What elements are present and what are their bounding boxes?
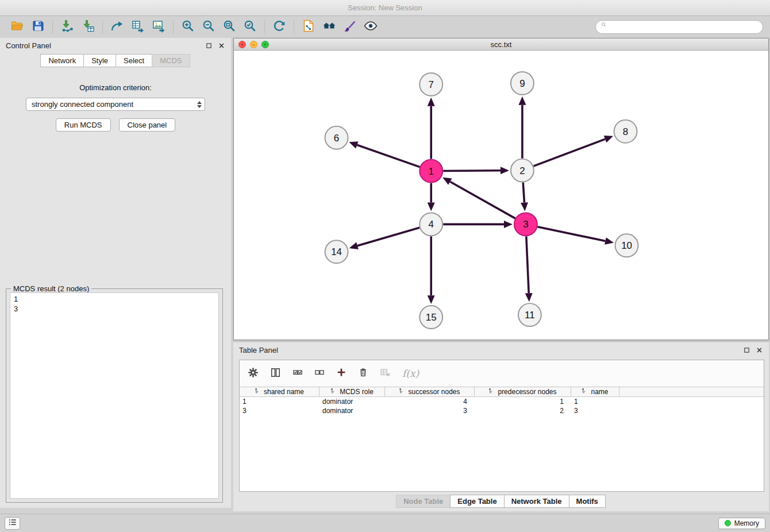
minimize-window-icon[interactable]: − (250, 41, 257, 48)
graphics-details-button[interactable] (319, 18, 340, 36)
delete-column-trash-button[interactable] (358, 367, 368, 380)
zoom-in-icon (181, 19, 195, 35)
tab-edge-table[interactable]: Edge Table (450, 495, 504, 508)
column-header-name[interactable]: name (571, 387, 619, 396)
search-box[interactable] (595, 20, 763, 34)
sort-icon (488, 388, 495, 396)
edge-1-6[interactable] (357, 145, 419, 167)
node-label-14: 14 (331, 246, 342, 257)
columns-button[interactable] (270, 367, 281, 380)
cell-name[interactable]: 1 (571, 397, 619, 406)
tab-mcds[interactable]: MCDS (152, 54, 190, 67)
column-header-MCDS-role[interactable]: MCDS role (319, 387, 385, 396)
style-brush-icon (343, 19, 357, 35)
export-network-icon (110, 19, 124, 35)
cell-predecessor-nodes[interactable]: 1 (475, 397, 571, 406)
sort-icon (582, 388, 588, 396)
close-panel-button[interactable]: Close panel (119, 118, 176, 132)
edge-2-3[interactable] (523, 183, 524, 203)
tab-motifs[interactable]: Motifs (569, 495, 606, 508)
close-panel-icon[interactable] (756, 346, 763, 354)
window-title: Session: New Session (0, 0, 770, 16)
zoom-out-button[interactable] (198, 18, 219, 36)
edge-3-11[interactable] (526, 236, 529, 293)
node-label-6: 6 (334, 133, 339, 144)
close-window-icon[interactable]: × (238, 41, 246, 48)
run-mcds-button[interactable]: Run MCDS (56, 118, 111, 132)
control-panel-header: Control Panel (0, 38, 231, 53)
command-panel-button[interactable] (5, 517, 20, 530)
table-row[interactable]: 1dominator411 (240, 397, 764, 406)
select-all-checks-button[interactable] (292, 367, 303, 380)
node-label-1: 1 (429, 166, 434, 177)
edge-arrow-3-10 (605, 237, 614, 245)
save-session-icon (31, 19, 45, 35)
criterion-dropdown[interactable]: strongly connected component (26, 98, 205, 111)
close-panel-icon[interactable] (218, 42, 225, 49)
cell-predecessor-nodes[interactable]: 2 (475, 406, 571, 415)
float-panel-icon[interactable] (743, 346, 750, 354)
refresh-network-button[interactable] (269, 18, 290, 36)
column-header-successor-nodes[interactable]: successor nodes (385, 387, 475, 396)
edge-2-8[interactable] (534, 139, 606, 166)
cell-successor-nodes[interactable]: 4 (385, 397, 475, 406)
memory-button[interactable]: Memory (718, 518, 765, 529)
deselect-all-checks-button[interactable] (314, 367, 325, 380)
zoom-in-button[interactable] (178, 18, 198, 36)
zoom-out-icon (202, 19, 215, 35)
show-hide-eye-button[interactable] (360, 18, 381, 36)
graphics-details-icon (322, 19, 336, 35)
toolbar-separator (264, 20, 265, 34)
import-table-icon (81, 19, 95, 35)
tab-network[interactable]: Network (40, 54, 84, 67)
export-table-button[interactable] (128, 18, 148, 36)
edge-3-1[interactable] (450, 182, 515, 218)
search-input[interactable] (612, 23, 757, 32)
zoom-fit-button[interactable] (219, 18, 240, 36)
add-column-plus-button[interactable] (336, 367, 346, 380)
column-header-predecessor-nodes[interactable]: predecessor nodes (475, 387, 571, 396)
cell-MCDS-role[interactable]: dominator (319, 406, 385, 415)
export-image-button[interactable] (148, 18, 169, 36)
edge-3-10[interactable] (537, 227, 605, 241)
network-graph[interactable]: 7968124314101511 (234, 51, 768, 340)
gear-button[interactable] (248, 367, 259, 380)
import-table-button[interactable] (78, 18, 98, 36)
network-window-titlebar[interactable]: × − + scc.txt (234, 38, 768, 51)
toolbar-separator (173, 20, 174, 34)
float-panel-icon[interactable] (205, 42, 213, 49)
edge-1-2[interactable] (443, 171, 500, 171)
cell-shared-name[interactable]: 3 (240, 406, 319, 415)
save-session-button[interactable] (28, 18, 48, 36)
column-label: successor nodes (408, 388, 460, 396)
edge-4-14[interactable] (357, 228, 419, 245)
open-session-button[interactable] (7, 18, 28, 36)
column-label: shared name (264, 388, 304, 396)
column-header-shared-name[interactable]: shared name (240, 387, 319, 396)
cell-name[interactable]: 3 (571, 406, 619, 415)
toolbar-separator (102, 20, 103, 34)
network-canvas[interactable]: 7968124314101511 (234, 51, 768, 340)
edge-arrow-2-8 (604, 136, 613, 142)
node-label-10: 10 (621, 240, 632, 251)
table-body: 1dominator4113dominator323 (240, 397, 764, 415)
network-file-button[interactable] (298, 18, 319, 36)
tab-network-table[interactable]: Network Table (504, 495, 569, 508)
cell-MCDS-role[interactable]: dominator (319, 397, 385, 406)
cell-shared-name[interactable]: 1 (240, 397, 319, 406)
maximize-window-icon[interactable]: + (261, 41, 269, 48)
tab-node-table[interactable]: Node Table (396, 495, 451, 508)
zoom-selected-button[interactable] (240, 18, 260, 36)
table-tabs: Node TableEdge TableNetwork TableMotifs (233, 495, 769, 508)
style-brush-button[interactable] (340, 18, 360, 36)
import-network-button[interactable] (57, 18, 78, 36)
cell-successor-nodes[interactable]: 3 (385, 406, 475, 415)
tab-style[interactable]: Style (83, 54, 116, 67)
status-bar: Memory (0, 514, 770, 532)
tab-select[interactable]: Select (116, 54, 152, 67)
export-network-button[interactable] (107, 18, 128, 36)
select-all-checks-icon (292, 367, 303, 380)
window-controls: × − + (238, 41, 269, 48)
table-row[interactable]: 3dominator323 (240, 406, 764, 415)
columns-icon (270, 367, 281, 380)
